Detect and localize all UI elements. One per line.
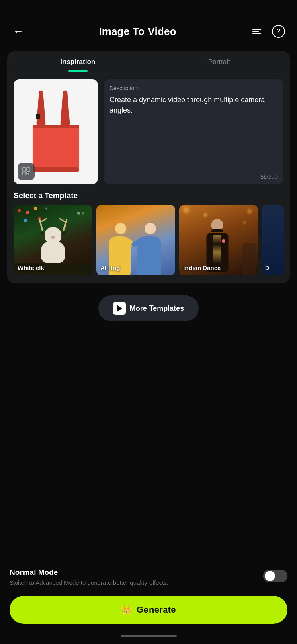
edit-icon — [22, 167, 31, 176]
list-line-3 — [252, 33, 261, 34]
mode-title: Normal Mode — [10, 568, 257, 577]
more-templates-label: More Templates — [130, 304, 184, 313]
svg-rect-5 — [27, 168, 30, 171]
svg-rect-0 — [33, 125, 79, 172]
back-button[interactable]: ← — [11, 24, 26, 39]
header-icons: ? — [250, 24, 286, 39]
mode-toggle[interactable] — [263, 570, 287, 582]
help-icon: ? — [272, 25, 285, 38]
template-card-partial[interactable]: D — [262, 205, 284, 275]
main-card: Inspiration Portrait — [7, 51, 290, 283]
more-templates-button[interactable]: More Templates — [98, 295, 199, 321]
toggle-knob — [265, 571, 275, 581]
template-card-white-elk[interactable]: ❄ ❄ ❄ — [14, 205, 92, 275]
description-box[interactable]: Description: Create a dynamic video thro… — [104, 79, 283, 184]
list-icon — [252, 29, 261, 34]
description-label: Description: — [109, 85, 278, 91]
list-line-1 — [252, 29, 261, 30]
char-current: 56 — [260, 173, 267, 180]
template-label-white-elk: White elk — [18, 264, 44, 271]
template-card-ai-hug[interactable]: AI Hug — [96, 205, 175, 275]
svg-rect-4 — [23, 168, 26, 171]
template-card-indian-dance[interactable]: Indian Dance — [179, 205, 258, 275]
description-text: Create a dynamic video through multiple … — [109, 95, 278, 170]
play-icon — [117, 305, 122, 312]
crown-icon: 👑 — [121, 605, 132, 615]
home-bar — [121, 635, 177, 637]
bag-svg — [28, 89, 84, 174]
char-max: 200 — [268, 173, 278, 180]
more-templates-section: More Templates — [0, 283, 297, 321]
list-menu-button[interactable] — [250, 24, 264, 39]
generate-button-label: Generate — [137, 605, 176, 615]
image-upload-area[interactable] — [14, 79, 98, 184]
char-counter: 56/200 — [109, 173, 278, 180]
svg-rect-6 — [23, 172, 26, 175]
header: ← Image To Video ? — [0, 0, 297, 47]
template-label-indian-dance: Indian Dance — [183, 264, 221, 271]
help-button[interactable]: ? — [271, 24, 286, 39]
template-label-ai-hug: AI Hug — [100, 264, 120, 271]
normal-mode-row: Normal Mode Switch to Advanced Mode to g… — [10, 568, 287, 587]
section-title-template: Select a Template — [7, 184, 290, 205]
content-area: Description: Create a dynamic video thro… — [7, 72, 290, 184]
home-indicator — [0, 630, 297, 640]
mode-text-wrap: Normal Mode Switch to Advanced Mode to g… — [10, 568, 257, 587]
svg-rect-1 — [33, 125, 79, 128]
page-title: Image To Video — [99, 25, 176, 38]
list-line-2 — [252, 31, 259, 32]
tab-bar: Inspiration Portrait — [7, 51, 290, 72]
edit-image-button[interactable] — [18, 163, 35, 180]
svg-rect-3 — [36, 114, 40, 119]
template-row: ❄ ❄ ❄ — [7, 205, 290, 275]
tab-inspiration[interactable]: Inspiration — [7, 58, 149, 72]
generate-button[interactable]: 👑 Generate — [10, 596, 287, 624]
back-arrow-icon: ← — [13, 26, 24, 37]
svg-rect-2 — [33, 167, 79, 172]
mode-description: Switch to Advanced Mode to generate bett… — [10, 578, 257, 587]
play-icon-wrap — [113, 302, 126, 315]
template-label-partial: D — [265, 265, 269, 271]
tab-portrait[interactable]: Portrait — [149, 58, 290, 72]
